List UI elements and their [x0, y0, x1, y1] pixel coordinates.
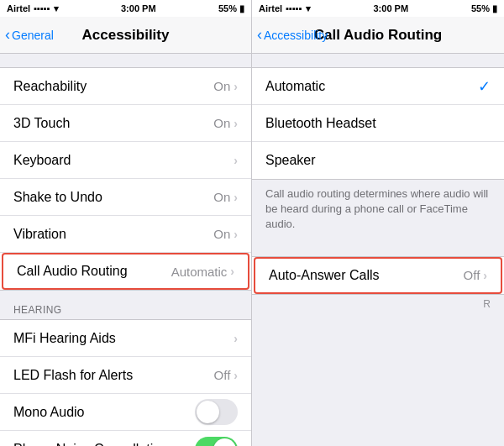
row-automatic[interactable]: Automatic ✓	[252, 68, 504, 105]
back-chevron-right: ‹	[257, 27, 262, 42]
hearing-section-header: HEARING	[0, 291, 251, 319]
row-phone-noise[interactable]: Phone Noise Cancellation	[0, 431, 251, 446]
chevron-keyboard: ›	[234, 154, 238, 167]
label-speaker: Speaker	[265, 153, 316, 168]
left-panel: Airtel ▪▪▪▪▪ ▾ 3:00 PM 55% ▮ ‹ General A…	[0, 0, 252, 446]
status-bar-right: Airtel ▪▪▪▪▪ ▾ 3:00 PM 55% ▮	[252, 0, 504, 17]
toggle-phone-noise[interactable]	[195, 437, 238, 447]
bottom-label-right: R	[252, 295, 504, 313]
label-call-audio-routing: Call Audio Routing	[17, 264, 128, 279]
battery-icon-right: ▮	[492, 3, 497, 14]
value-vibration: On	[213, 227, 230, 241]
chevron-mfi-hearing-aids: ›	[234, 332, 238, 345]
row-mfi-hearing-aids[interactable]: MFi Hearing Aids ›	[0, 320, 251, 357]
settings-list-right: Automatic ✓ Bluetooth Headset Speaker Ca…	[252, 54, 504, 446]
value-led-flash: Off	[214, 368, 231, 382]
label-auto-answer: Auto-Answer Calls	[269, 268, 380, 283]
main-settings-group: Reachability On › 3D Touch On › Keyboard…	[0, 67, 251, 291]
right-panel: Airtel ▪▪▪▪▪ ▾ 3:00 PM 55% ▮ ‹ Accessibi…	[252, 0, 504, 446]
toggle-knob-mono	[197, 401, 219, 423]
chevron-auto-answer: ›	[483, 269, 487, 282]
hearing-settings-group: MFi Hearing Aids › LED Flash for Alerts …	[0, 319, 251, 446]
row-bluetooth-headset[interactable]: Bluetooth Headset	[252, 105, 504, 142]
back-label-left: General	[12, 29, 54, 42]
status-bar-left: Airtel ▪▪▪▪▪ ▾ 3:00 PM 55% ▮	[0, 0, 251, 17]
nav-bar-left: ‹ General Accessibility	[0, 17, 251, 54]
label-mfi-hearing-aids: MFi Hearing Aids	[13, 331, 116, 346]
back-label-right: Accessibility	[264, 29, 328, 42]
toggle-knob-phone-noise	[213, 438, 236, 447]
row-shake-to-undo[interactable]: Shake to Undo On ›	[0, 179, 251, 216]
back-button-left[interactable]: ‹ General	[5, 28, 54, 42]
label-shake-to-undo: Shake to Undo	[13, 190, 102, 205]
label-led-flash: LED Flash for Alerts	[13, 368, 133, 383]
chevron-call-audio-routing: ›	[230, 265, 234, 278]
value-shake-to-undo: On	[213, 190, 230, 204]
toggle-mono-audio[interactable]	[195, 399, 238, 425]
row-reachability[interactable]: Reachability On ›	[0, 68, 251, 105]
chevron-3d-touch: ›	[234, 117, 238, 130]
wifi-icon: ▾	[54, 3, 59, 14]
settings-list-left: Reachability On › 3D Touch On › Keyboard…	[0, 54, 251, 446]
label-vibration: Vibration	[13, 227, 66, 242]
label-reachability: Reachability	[13, 79, 87, 94]
battery-left: 55%	[218, 3, 237, 13]
back-button-right[interactable]: ‹ Accessibility	[257, 28, 328, 42]
value-3d-touch: On	[213, 116, 230, 130]
chevron-reachability: ›	[234, 80, 238, 93]
label-phone-noise: Phone Noise Cancellation	[13, 442, 168, 446]
signal-icon: ▪▪▪▪▪	[34, 3, 50, 13]
chevron-shake-to-undo: ›	[234, 191, 238, 204]
chevron-vibration: ›	[234, 228, 238, 241]
extra-group: Auto-Answer Calls Off ›	[252, 256, 504, 295]
routing-description: Call audio routing determines where audi…	[252, 180, 504, 243]
row-auto-answer[interactable]: Auto-Answer Calls Off ›	[254, 257, 502, 294]
row-speaker[interactable]: Speaker	[252, 142, 504, 179]
wifi-icon-right: ▾	[306, 3, 311, 14]
label-mono-audio: Mono Audio	[13, 405, 85, 420]
row-call-audio-routing[interactable]: Call Audio Routing Automatic ›	[2, 253, 249, 290]
label-3d-touch: 3D Touch	[13, 116, 70, 131]
signal-icon-right: ▪▪▪▪▪	[286, 3, 302, 13]
label-automatic: Automatic	[265, 79, 325, 94]
nav-bar-right: ‹ Accessibility Call Audio Routing	[252, 17, 504, 54]
row-keyboard[interactable]: Keyboard ›	[0, 142, 251, 179]
back-chevron-left: ‹	[5, 27, 10, 42]
value-reachability: On	[213, 79, 230, 93]
chevron-led-flash: ›	[234, 369, 238, 382]
row-vibration[interactable]: Vibration On ›	[0, 216, 251, 253]
carrier-left: Airtel	[7, 3, 30, 13]
time-right: 3:00 PM	[374, 3, 409, 13]
bottom-right-char: R	[483, 298, 491, 310]
page-title-left: Accessibility	[82, 27, 170, 44]
row-3d-touch[interactable]: 3D Touch On ›	[0, 105, 251, 142]
row-mono-audio[interactable]: Mono Audio	[0, 394, 251, 431]
label-bluetooth-headset: Bluetooth Headset	[265, 116, 376, 131]
carrier-right: Airtel	[259, 3, 282, 13]
battery-right: 55%	[471, 3, 490, 13]
value-auto-answer: Off	[464, 268, 480, 282]
value-call-audio-routing: Automatic	[171, 265, 228, 279]
time-left: 3:00 PM	[121, 3, 156, 13]
routing-group: Automatic ✓ Bluetooth Headset Speaker	[252, 67, 504, 180]
row-led-flash[interactable]: LED Flash for Alerts Off ›	[0, 357, 251, 394]
label-keyboard: Keyboard	[13, 153, 71, 168]
battery-icon-left: ▮	[239, 3, 244, 14]
checkmark-automatic: ✓	[478, 77, 491, 96]
page-title-right: Call Audio Routing	[314, 27, 442, 44]
